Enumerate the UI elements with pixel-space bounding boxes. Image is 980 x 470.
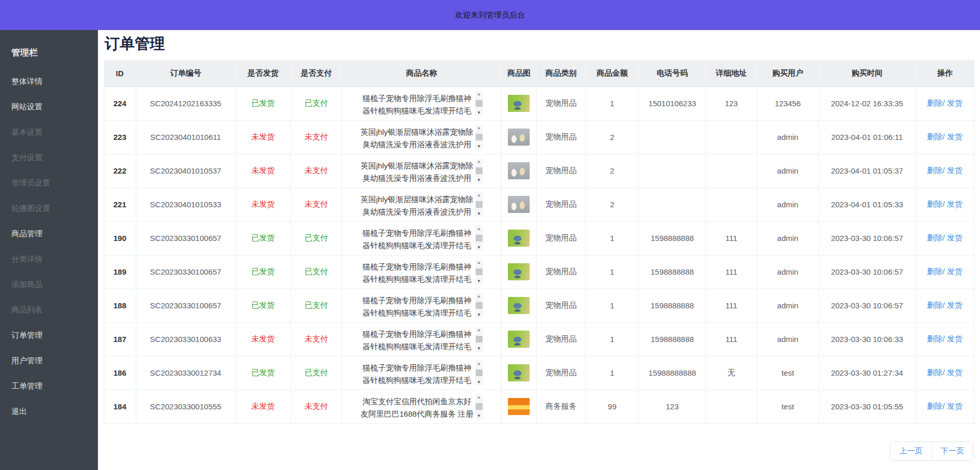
delete-link[interactable]: 删除 xyxy=(927,233,943,242)
delete-link[interactable]: 删除 xyxy=(927,368,943,377)
scroll-thumb[interactable] xyxy=(476,403,482,410)
scroll-thumb[interactable] xyxy=(476,235,482,241)
scroll-thumb[interactable] xyxy=(476,134,482,140)
scroll-up-icon[interactable]: ▲ xyxy=(477,92,481,96)
action-separator: / xyxy=(943,368,947,377)
scroll-thumb[interactable] xyxy=(476,201,482,208)
scroll-down-icon[interactable]: ▼ xyxy=(477,279,481,283)
cell-order-no: SC20241202163335 xyxy=(136,87,235,120)
cell-paid: 已支付 xyxy=(291,356,342,390)
product-name-box[interactable]: 淘宝支付宝信用代拍闲鱼京东好友阿里巴巴1688代商务服务 注册▲▼ xyxy=(344,394,499,419)
ship-link[interactable]: 发货 xyxy=(947,334,962,343)
product-name-box[interactable]: 猫梳子宠物专用除浮毛刷撸猫神器针梳狗狗猫咪毛发清理开结毛▲▼ xyxy=(344,361,499,386)
scroll-thumb[interactable] xyxy=(476,369,482,376)
delete-link[interactable]: 删除 xyxy=(927,98,943,107)
sidebar-item-logout[interactable]: 退出 xyxy=(0,399,98,424)
scroll-up-icon[interactable]: ▲ xyxy=(477,261,481,265)
scroll-up-icon[interactable]: ▲ xyxy=(477,294,481,298)
sidebar-item-user-management[interactable]: 用户管理 xyxy=(0,348,98,374)
sidebar-item-overview[interactable]: 整体详情 xyxy=(0,69,98,94)
cell-id: 188 xyxy=(104,289,136,322)
scroll-down-icon[interactable]: ▼ xyxy=(477,414,481,418)
sidebar-item-product-management[interactable]: 商品管理 xyxy=(0,221,98,247)
product-name-box[interactable]: 猫梳子宠物专用除浮毛刷撸猫神器针梳狗狗猫咪毛发清理开结毛▲▼ xyxy=(344,260,499,284)
scroll-down-icon[interactable]: ▼ xyxy=(477,212,481,216)
scroll-down-icon[interactable]: ▼ xyxy=(477,145,481,149)
scroll-thumb[interactable] xyxy=(476,167,482,174)
delete-link[interactable]: 删除 xyxy=(927,402,943,410)
sidebar-item-admin-settings[interactable]: 管理员设置 xyxy=(0,170,98,196)
scroll-up-icon[interactable]: ▲ xyxy=(477,328,481,332)
table-row: 190SC20230330100657已发货已支付猫梳子宠物专用除浮毛刷撸猫神器… xyxy=(104,221,974,255)
cell-product-name: 猫梳子宠物专用除浮毛刷撸猫神器针梳狗狗猫咪毛发清理开结毛▲▼ xyxy=(342,289,502,322)
sidebar-item-carousel-settings[interactable]: 轮播图设置 xyxy=(0,196,98,221)
ship-link[interactable]: 发货 xyxy=(947,98,962,107)
scroll-up-icon[interactable]: ▲ xyxy=(477,395,481,400)
textarea-scrollbar[interactable]: ▲▼ xyxy=(475,293,483,318)
sidebar-item-basic-settings[interactable]: 基本设置 xyxy=(0,120,98,145)
sidebar-item-order-management[interactable]: 订单管理 xyxy=(0,323,98,348)
textarea-scrollbar[interactable]: ▲▼ xyxy=(475,125,483,150)
scroll-thumb[interactable] xyxy=(476,336,482,343)
ship-link[interactable]: 发货 xyxy=(947,132,962,141)
cell-id: 221 xyxy=(104,188,136,221)
scroll-down-icon[interactable]: ▼ xyxy=(477,380,481,384)
scroll-down-icon[interactable]: ▼ xyxy=(477,313,481,317)
next-page-button[interactable]: 下一页 xyxy=(931,442,973,460)
sidebar-item-payment-settings[interactable]: 支付设置 xyxy=(0,145,98,170)
ship-link[interactable]: 发货 xyxy=(947,402,962,410)
product-name-box[interactable]: 英国jhly银渐层猫咪沐浴露宠物除臭幼猫洗澡专用浴液香波洗护用▲▼ xyxy=(344,159,499,183)
product-name-box[interactable]: 英国jhly银渐层猫咪沐浴露宠物除臭幼猫洗澡专用浴液香波洗护用▲▼ xyxy=(344,192,499,217)
col-header-0: ID xyxy=(104,60,136,87)
scroll-up-icon[interactable]: ▲ xyxy=(477,160,481,164)
scroll-thumb[interactable] xyxy=(476,302,482,309)
scroll-thumb[interactable] xyxy=(476,268,482,275)
textarea-scrollbar[interactable]: ▲▼ xyxy=(475,159,483,183)
scroll-down-icon[interactable]: ▼ xyxy=(477,246,481,250)
sidebar-item-add-product[interactable]: 添加商品 xyxy=(0,272,98,297)
textarea-scrollbar[interactable]: ▲▼ xyxy=(475,361,483,386)
product-name-box[interactable]: 猫梳子宠物专用除浮毛刷撸猫神器针梳狗狗猫咪毛发清理开结毛▲▼ xyxy=(344,293,499,318)
cell-time: 2023-04-01 01:05:33 xyxy=(819,188,916,221)
sidebar-item-category-detail[interactable]: 分类详情 xyxy=(0,247,98,272)
product-name-box[interactable]: 猫梳子宠物专用除浮毛刷撸猫神器针梳狗狗猫咪毛发清理开结毛▲▼ xyxy=(344,226,499,251)
delete-link[interactable]: 删除 xyxy=(927,132,943,141)
cell-address xyxy=(706,390,757,423)
delete-link[interactable]: 删除 xyxy=(927,334,943,343)
scroll-thumb[interactable] xyxy=(476,100,482,107)
delete-link[interactable]: 删除 xyxy=(927,301,943,309)
scroll-up-icon[interactable]: ▲ xyxy=(477,193,481,197)
textarea-scrollbar[interactable]: ▲▼ xyxy=(475,226,483,251)
product-name-text: 猫梳子宠物专用除浮毛刷撸猫神器针梳狗狗猫咪毛发清理开结毛 xyxy=(361,362,474,384)
sidebar-item-product-list[interactable]: 商品列表 xyxy=(0,297,98,323)
prev-page-button[interactable]: 上一页 xyxy=(890,442,931,460)
ship-link[interactable]: 发货 xyxy=(947,233,962,242)
ship-link[interactable]: 发货 xyxy=(947,200,962,208)
delete-link[interactable]: 删除 xyxy=(927,267,943,276)
sidebar-item-site-settings[interactable]: 网站设置 xyxy=(0,94,98,120)
sidebar-item-ticket-management[interactable]: 工单管理 xyxy=(0,374,98,399)
ship-link[interactable]: 发货 xyxy=(947,166,962,175)
scroll-up-icon[interactable]: ▲ xyxy=(477,227,481,231)
scroll-up-icon[interactable]: ▲ xyxy=(477,126,481,130)
delete-link[interactable]: 删除 xyxy=(927,200,943,208)
cell-shipped: 已发货 xyxy=(235,87,291,120)
scroll-up-icon[interactable]: ▲ xyxy=(477,362,481,366)
product-name-box[interactable]: 猫梳子宠物专用除浮毛刷撸猫神器针梳狗狗猫咪毛发清理开结毛▲▼ xyxy=(344,91,499,116)
sidebar-nav: 整体详情网站设置基本设置支付设置管理员设置轮播图设置商品管理分类详情添加商品商品… xyxy=(0,69,98,424)
textarea-scrollbar[interactable]: ▲▼ xyxy=(475,91,483,116)
textarea-scrollbar[interactable]: ▲▼ xyxy=(475,192,483,217)
scroll-down-icon[interactable]: ▼ xyxy=(477,178,481,182)
product-name-box[interactable]: 英国jhly银渐层猫咪沐浴露宠物除臭幼猫洗澡专用浴液香波洗护用▲▼ xyxy=(344,125,499,150)
textarea-scrollbar[interactable]: ▲▼ xyxy=(475,394,483,419)
scroll-down-icon[interactable]: ▼ xyxy=(477,347,481,351)
textarea-scrollbar[interactable]: ▲▼ xyxy=(475,260,483,284)
ship-link[interactable]: 发货 xyxy=(947,301,962,309)
scroll-down-icon[interactable]: ▼ xyxy=(477,111,481,115)
delete-link[interactable]: 删除 xyxy=(927,166,943,175)
ship-link[interactable]: 发货 xyxy=(947,368,962,377)
product-name-box[interactable]: 猫梳子宠物专用除浮毛刷撸猫神器针梳狗狗猫咪毛发清理开结毛▲▼ xyxy=(344,327,499,352)
ship-link[interactable]: 发货 xyxy=(947,267,962,276)
textarea-scrollbar[interactable]: ▲▼ xyxy=(475,327,483,352)
product-name-text: 英国jhly银渐层猫咪沐浴露宠物除臭幼猫洗澡专用浴液香波洗护用 xyxy=(361,160,474,182)
